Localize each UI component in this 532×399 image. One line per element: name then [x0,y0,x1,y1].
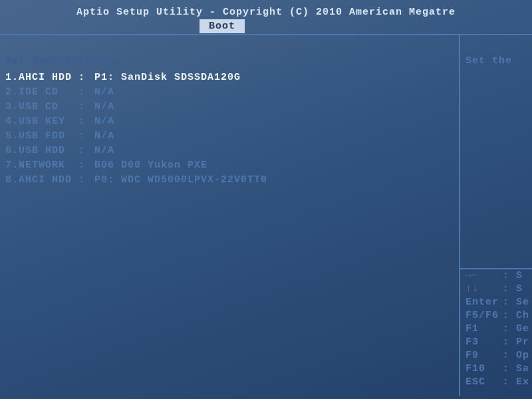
section-title: Set Boot Priority [5,55,454,66]
legend-row-2: Enter: Se [466,296,529,309]
legend-sep: : [503,270,516,281]
legend-key: ESC [466,376,503,389]
legend-sep: : [503,323,516,334]
boot-item-2[interactable]: 2.IDE CD: N/A [5,85,454,100]
legend-key: F3 [466,336,503,349]
boot-item-label: 1.AHCI HDD [5,70,78,85]
legend-row-8: ESC: Ex [466,376,529,389]
legend-key: Enter [466,296,503,309]
boot-item-sep: : [78,70,94,85]
boot-item-label: 3.USB CD [5,100,78,114]
legend-sep: : [503,376,516,388]
legend-row-3: F5/F6: Ch [466,309,529,323]
boot-item-sep: : [78,158,94,173]
legend-desc: Ch [516,310,529,321]
legend-sep: : [503,283,516,295]
boot-item-value: P1: SanDisk SDSSDA120G [94,70,241,85]
legend-sep: : [503,336,516,348]
boot-item-sep: : [78,100,94,114]
legend-desc: S [516,270,523,281]
tab-boot[interactable]: Boot [200,19,245,33]
boot-item-label: 7.NETWORK [5,158,78,173]
boot-item-sep: : [78,144,94,158]
boot-item-8[interactable]: 8.AHCI HDD: P0: WDC WD5000LPVX-22V0TT0 [5,173,454,188]
title-bar: Aptio Setup Utility - Copyright (C) 2010… [0,0,532,18]
tab-row: Boot [0,19,532,34]
legend-desc: Sa [516,363,529,374]
boot-item-label: 6.USB HDD [5,144,78,158]
legend: →←: S↑↓: SEnter: SeF5/F6: ChF1: GeF3: Pr… [466,268,529,389]
boot-item-1[interactable]: 1.AHCI HDD: P1: SanDisk SDSSDA120G [5,70,454,85]
boot-priority-list: 1.AHCI HDD: P1: SanDisk SDSSDA120G2.IDE … [5,70,454,188]
legend-desc: Pr [516,336,529,348]
legend-key: F1 [466,323,503,336]
boot-item-6[interactable]: 6.USB HDD: N/A [5,144,454,158]
setup-title: Aptio Setup Utility - Copyright (C) 2010… [76,7,456,18]
boot-item-value: N/A [94,144,114,158]
boot-item-label: 2.IDE CD [5,85,78,100]
legend-sep: : [503,350,516,361]
boot-item-7[interactable]: 7.NETWORK: B06 D00 Yukon PXE [5,158,454,173]
boot-item-label: 8.AHCI HDD [5,173,78,188]
legend-desc: S [516,283,523,295]
boot-item-value: N/A [94,100,114,114]
legend-row-4: F1: Ge [466,323,529,336]
legend-key: →← [466,269,503,283]
legend-desc: Ge [516,323,529,334]
boot-item-sep: : [78,85,94,100]
boot-item-sep: : [78,114,94,129]
legend-row-5: F3: Pr [466,336,529,349]
legend-key: F10 [466,362,503,376]
legend-desc: Op [516,350,529,361]
help-text: Set the [466,55,529,66]
tab-boot-label: Boot [209,21,235,32]
legend-key: ↑↓ [466,283,503,296]
bios-screen: Aptio Setup Utility - Copyright (C) 2010… [0,0,532,399]
legend-desc: Se [516,297,529,308]
left-pane: Set Boot Priority 1.AHCI HDD: P1: SanDis… [0,35,459,396]
right-pane: Set the →←: S↑↓: SEnter: SeF5/F6: ChF1: … [459,35,532,396]
legend-sep: : [503,297,516,308]
boot-item-3[interactable]: 3.USB CD: N/A [5,100,454,114]
legend-row-1: ↑↓: S [466,283,529,296]
main-area: Set Boot Priority 1.AHCI HDD: P1: SanDis… [0,35,532,396]
boot-item-value: N/A [94,114,114,129]
boot-item-4[interactable]: 4.USB KEY: N/A [5,114,454,129]
legend-sep: : [503,310,516,321]
boot-item-value: N/A [94,85,114,100]
boot-item-sep: : [78,173,94,188]
boot-item-sep: : [78,129,94,144]
boot-item-value: B06 D00 Yukon PXE [94,158,207,173]
legend-key: F9 [466,349,503,362]
boot-item-5[interactable]: 5.USB FDD: N/A [5,129,454,144]
legend-row-0: →←: S [466,269,529,283]
boot-item-label: 4.USB KEY [5,114,78,129]
legend-key: F5/F6 [466,309,503,323]
legend-row-6: F9: Op [466,349,529,362]
legend-row-7: F10: Sa [466,362,529,376]
boot-item-value: P0: WDC WD5000LPVX-22V0TT0 [94,173,267,188]
legend-desc: Ex [516,376,529,388]
boot-item-label: 5.USB FDD [5,129,78,144]
boot-item-value: N/A [94,129,114,144]
legend-sep: : [503,363,516,374]
